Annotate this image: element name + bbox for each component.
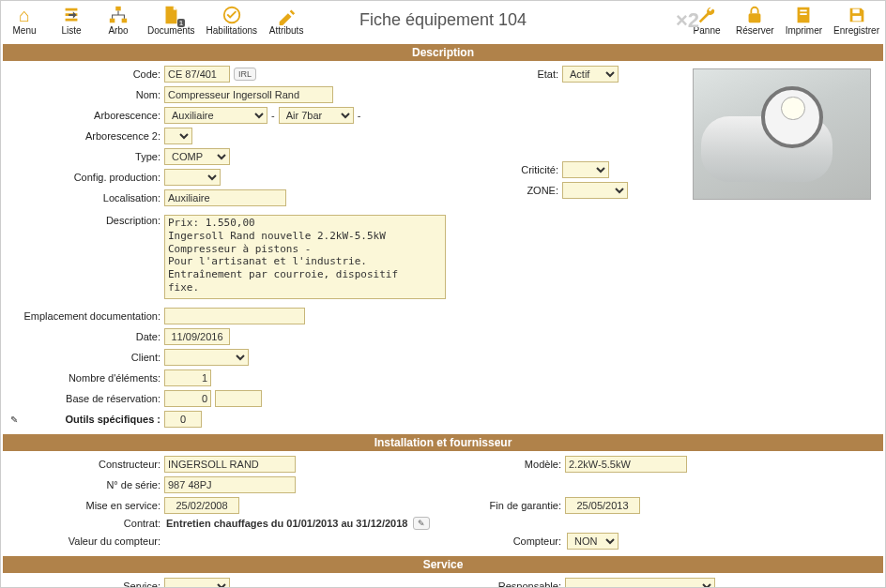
label-valeur-compteur: Valeur du compteur: bbox=[10, 535, 160, 547]
base-reservation-input[interactable] bbox=[164, 390, 211, 407]
code-tag-button[interactable]: IRL bbox=[234, 68, 256, 81]
label-outils-specifiques: Outils spécifiques : bbox=[22, 414, 160, 425]
tree-icon bbox=[108, 5, 129, 25]
label-zone: ZONE: bbox=[455, 185, 558, 196]
nom-input[interactable] bbox=[164, 86, 333, 103]
label-description: Description: bbox=[10, 215, 160, 226]
svg-rect-2 bbox=[122, 19, 128, 23]
responsable-select[interactable] bbox=[565, 578, 715, 587]
documents-button[interactable]: 1 Documents bbox=[147, 5, 195, 36]
section-service-header: Service bbox=[3, 556, 883, 573]
nb-elements-input[interactable] bbox=[164, 369, 211, 386]
section-service-title: Service bbox=[423, 558, 464, 571]
label-arbo: Arborescence: bbox=[10, 110, 160, 121]
criticite-select[interactable] bbox=[562, 161, 609, 178]
lock-icon bbox=[744, 5, 765, 25]
label-compteur: Compteur: bbox=[449, 535, 561, 547]
arbo-select-2[interactable]: Air 7bar bbox=[279, 107, 354, 124]
compteur-select[interactable]: NON bbox=[567, 533, 619, 550]
type-select[interactable]: COMP bbox=[164, 148, 230, 165]
documents-badge: 1 bbox=[177, 19, 185, 27]
config-prod-select[interactable] bbox=[164, 169, 221, 186]
imprimer-label: Imprimer bbox=[786, 25, 822, 36]
label-emplacement-doc: Emplacement documentation: bbox=[10, 310, 160, 322]
num-serie-input[interactable] bbox=[164, 476, 296, 493]
reserver-button[interactable]: Réserver bbox=[736, 5, 774, 36]
menu-label: Menu bbox=[12, 25, 36, 36]
label-contrat: Contrat: bbox=[10, 518, 160, 529]
code-input[interactable] bbox=[164, 66, 230, 83]
liste-label: Liste bbox=[61, 25, 81, 36]
section-description-title: Description bbox=[412, 46, 474, 59]
label-code: Code: bbox=[10, 68, 160, 80]
menu-button[interactable]: ⌂ Menu bbox=[7, 5, 42, 36]
habilitations-button[interactable]: Habilitations bbox=[206, 5, 257, 36]
list-icon bbox=[61, 5, 82, 25]
svg-rect-0 bbox=[115, 7, 121, 11]
documents-icon: 1 bbox=[160, 5, 181, 25]
localisation-input[interactable] bbox=[164, 189, 286, 206]
label-service: Service: bbox=[10, 580, 160, 587]
imprimer-button[interactable]: Imprimer bbox=[786, 5, 822, 36]
contrat-edit-button[interactable]: ✎ bbox=[413, 517, 430, 530]
arbo-label: Arbo bbox=[108, 25, 128, 36]
attributs-button[interactable]: Attributs bbox=[268, 5, 304, 36]
date-input[interactable] bbox=[164, 328, 230, 345]
label-type: Type: bbox=[10, 151, 160, 162]
label-etat: Etat: bbox=[455, 68, 558, 80]
label-nom: Nom: bbox=[10, 89, 160, 100]
svg-rect-9 bbox=[852, 16, 861, 21]
label-config-prod: Config. production: bbox=[10, 172, 160, 183]
section-description-header: Description bbox=[3, 44, 883, 61]
attributs-icon bbox=[276, 5, 297, 25]
label-client: Client: bbox=[10, 352, 160, 363]
habilitations-label: Habilitations bbox=[206, 25, 257, 36]
svg-rect-4 bbox=[749, 13, 761, 23]
wrench-icon bbox=[696, 5, 717, 25]
svg-rect-8 bbox=[852, 9, 859, 14]
mise-service-input[interactable] bbox=[164, 497, 239, 514]
description-textarea[interactable]: Prix: 1.550,00 Ingersoll Rand nouvelle 2… bbox=[164, 215, 446, 299]
arbo2-select[interactable] bbox=[164, 128, 192, 144]
svg-rect-6 bbox=[801, 10, 807, 12]
label-base-reservation: Base de réservation: bbox=[10, 393, 160, 404]
outils-specifiques-input[interactable] bbox=[164, 411, 202, 428]
label-responsable: Responsable: bbox=[449, 580, 561, 587]
enregistrer-button[interactable]: Enregistrer bbox=[833, 5, 879, 36]
section-installation-title: Installation et fournisseur bbox=[374, 436, 512, 449]
attributs-label: Attributs bbox=[269, 25, 304, 36]
x2-indicator: ×2 bbox=[676, 8, 699, 33]
label-num-serie: N° de série: bbox=[10, 479, 160, 490]
pencil-icon: ✎ bbox=[10, 415, 18, 425]
zone-select[interactable] bbox=[562, 182, 628, 199]
svg-rect-1 bbox=[110, 19, 115, 23]
reserver-label: Réserver bbox=[736, 25, 774, 36]
main-toolbar: ⌂ Menu Liste Arbo 1 Documents bbox=[1, 1, 885, 42]
liste-button[interactable]: Liste bbox=[53, 5, 89, 36]
label-nb-elements: Nombre d'éléments: bbox=[10, 372, 160, 384]
label-mise-service: Mise en service: bbox=[10, 500, 160, 511]
modele-input[interactable] bbox=[565, 456, 687, 473]
print-icon bbox=[793, 5, 814, 25]
page-title: Fiche équipement 104 bbox=[359, 10, 527, 30]
documents-label: Documents bbox=[147, 25, 195, 36]
label-fin-garantie: Fin de garantie: bbox=[449, 500, 561, 511]
contrat-value: Entretien chauffages du 01/01/2013 au 31… bbox=[166, 518, 407, 529]
svg-rect-7 bbox=[801, 13, 807, 15]
label-date: Date: bbox=[10, 331, 160, 342]
fin-garantie-input[interactable] bbox=[565, 497, 640, 514]
emplacement-doc-input[interactable] bbox=[164, 308, 305, 324]
home-icon: ⌂ bbox=[14, 5, 35, 25]
client-select[interactable] bbox=[164, 349, 249, 366]
arbo-button[interactable]: Arbo bbox=[100, 5, 136, 36]
label-arbo2: Arborescence 2: bbox=[10, 130, 160, 142]
save-icon bbox=[847, 5, 867, 25]
arbo-select-1[interactable]: Auxiliaire bbox=[164, 107, 267, 124]
constructeur-input[interactable] bbox=[164, 456, 296, 473]
service-select[interactable] bbox=[164, 578, 230, 587]
label-modele: Modèle: bbox=[449, 459, 561, 470]
enregistrer-label: Enregistrer bbox=[833, 25, 879, 36]
label-constructeur: Constructeur: bbox=[10, 459, 160, 470]
etat-select[interactable]: Actif bbox=[562, 66, 619, 83]
habilitations-icon bbox=[222, 5, 242, 25]
